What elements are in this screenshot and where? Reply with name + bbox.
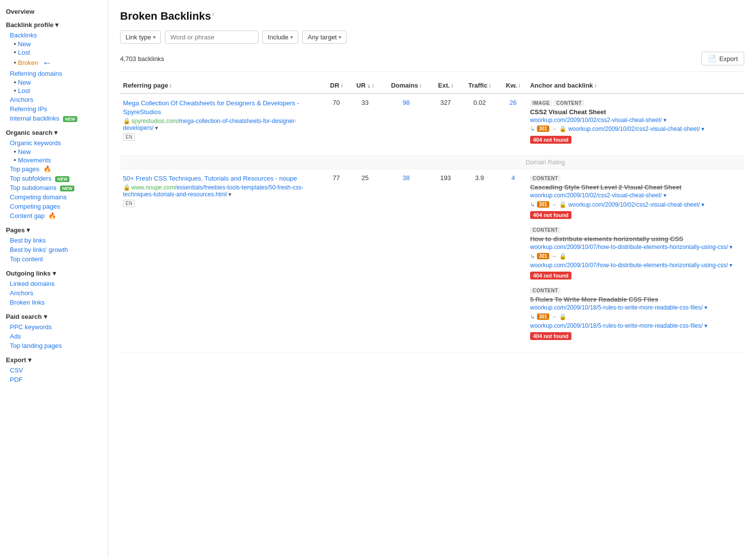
- sidebar-best-by-links-growth[interactable]: Best by links' growth: [6, 245, 102, 254]
- sidebar-organic-keywords-movements-link[interactable]: Movements: [18, 156, 51, 164]
- sidebar-competing-domains[interactable]: Competing domains: [6, 192, 102, 202]
- link-type-filter[interactable]: Link type ▾: [120, 31, 161, 44]
- sidebar-anchors[interactable]: Anchors: [6, 95, 102, 104]
- sidebar: Overview Backlink profile ▾ Backlinks • …: [0, 0, 108, 558]
- main-content: Broken Backlinks i Link type ▾ Include ▾…: [108, 0, 756, 558]
- traffic-cell: 3.9: [460, 169, 499, 352]
- anchor-title: 5 Rules To Write More Readable CSS Files: [530, 296, 741, 304]
- anchor-url[interactable]: woorkup.com/2009/10/02/css2-visual-cheat…: [530, 117, 741, 124]
- sidebar-backlinks-new-link[interactable]: New: [18, 40, 31, 48]
- sidebar-organic-keywords[interactable]: Organic keywords: [6, 138, 102, 148]
- sidebar-anchors2[interactable]: Anchors: [6, 288, 102, 298]
- content-tag: CONTENT: [530, 287, 561, 294]
- sidebar-pages[interactable]: Pages ▾: [6, 226, 102, 234]
- sidebar-organic-search[interactable]: Organic search ▾: [6, 129, 102, 136]
- sidebar-backlinks-broken-link[interactable]: Broken: [18, 59, 38, 66]
- sidebar-referring-domains-lost-link[interactable]: Lost: [18, 87, 31, 94]
- anchor-section: CONTENTHow to distribute elements horizo…: [530, 226, 741, 279]
- referring-page-title: 50+ Fresh CSS Techniques, Tutorials and …: [123, 174, 320, 183]
- sidebar-referring-domains-new-link[interactable]: New: [18, 79, 31, 86]
- th-kw: Kw. i: [499, 78, 527, 93]
- redirect-url[interactable]: woorkup.com/2009/10/18/5-rules-to-write-…: [530, 322, 707, 330]
- anchor-url[interactable]: woorkup.com/2009/10/07/how-to-distribute…: [530, 244, 741, 251]
- sidebar-internal-backlinks[interactable]: Internal backlinks NEW: [6, 114, 102, 123]
- any-target-filter[interactable]: Any target ▾: [302, 31, 346, 44]
- sidebar-csv[interactable]: CSV: [6, 366, 102, 375]
- sidebar-referring-ips[interactable]: Referring IPs: [6, 104, 102, 114]
- sidebar-backlink-profile[interactable]: Backlink profile ▾: [6, 21, 102, 29]
- kw-cell: 4: [499, 169, 527, 352]
- th-ur: UR ↓ i: [349, 78, 381, 93]
- sidebar-content-gap[interactable]: Content gap 🔥: [6, 211, 102, 220]
- export-button[interactable]: 📄 Export: [701, 52, 744, 65]
- page-title: Broken Backlinks i: [120, 10, 744, 23]
- word-phrase-input[interactable]: [165, 31, 258, 44]
- redirect-url[interactable]: woorkup.com/2009/10/07/how-to-distribute…: [530, 262, 733, 270]
- sidebar-overview[interactable]: Overview: [6, 8, 102, 15]
- sidebar-competing-pages[interactable]: Competing pages: [6, 202, 102, 211]
- redirect-url[interactable]: woorkup.com/2009/10/02/css2-visual-cheat…: [568, 125, 705, 133]
- sidebar-organic-keywords-new-link[interactable]: New: [18, 148, 31, 155]
- info-icon: i: [489, 83, 491, 89]
- sidebar-top-pages[interactable]: Top pages 🔥: [6, 164, 102, 174]
- ext-cell: 327: [431, 93, 460, 156]
- redirect-row: ↳ 301 → 🔒 woorkup.com/2009/10/02/css2-vi…: [530, 201, 741, 209]
- sidebar-referring-domains[interactable]: Referring domains: [6, 69, 102, 78]
- dr-cell: 77: [323, 169, 349, 352]
- redirect-arrow-icon: ↳: [530, 125, 535, 132]
- lock-icon: 🔒: [559, 313, 567, 320]
- th-traffic: Traffic i: [460, 78, 499, 93]
- sidebar-backlinks-lost-link[interactable]: Lost: [18, 49, 31, 56]
- referring-page-link[interactable]: 50+ Fresh CSS Techniques, Tutorials and …: [123, 175, 297, 182]
- referring-page-url: 🔒spyrestudios.com/mega-collection-of-che…: [123, 118, 320, 131]
- sidebar-best-by-links[interactable]: Best by links: [6, 236, 102, 245]
- bullet-icon: •: [14, 156, 16, 164]
- anchor-tags: CONTENT: [530, 226, 741, 235]
- domain-text: www.noupe.com: [131, 184, 175, 191]
- sidebar-referring-domains-new[interactable]: • New: [6, 78, 102, 87]
- anchor-section: CONTENT5 Rules To Write More Readable CS…: [530, 286, 741, 340]
- sidebar-ads[interactable]: Ads: [6, 332, 102, 341]
- sidebar-ppc-keywords[interactable]: PPC keywords: [6, 322, 102, 332]
- arrow-icon: →: [551, 313, 557, 320]
- sidebar-backlinks[interactable]: Backlinks: [6, 31, 102, 40]
- referring-page-link[interactable]: Mega Collection Of Cheatsheets for Desig…: [123, 99, 299, 116]
- sidebar-top-subdomains[interactable]: Top subdomains NEW: [6, 183, 102, 192]
- sidebar-organic-keywords-new[interactable]: • New: [6, 148, 102, 156]
- anchor-url[interactable]: woorkup.com/2009/10/02/css2-visual-cheat…: [530, 192, 741, 200]
- sidebar-top-subfolders[interactable]: Top subfolders NEW: [6, 174, 102, 183]
- content-tag: CONTENT: [554, 100, 584, 106]
- redirect-url[interactable]: woorkup.com/2009/10/02/css2-visual-cheat…: [568, 201, 705, 209]
- anchor-section: IMAGECONTENTCSS2 Visual Cheat Sheetwoork…: [530, 99, 741, 144]
- ur-cell: 25: [349, 169, 381, 352]
- sidebar-linked-domains[interactable]: Linked domains: [6, 279, 102, 288]
- th-ext: Ext. i: [431, 78, 460, 93]
- anchor-url[interactable]: woorkup.com/2009/10/18/5-rules-to-write-…: [530, 304, 741, 312]
- sidebar-backlinks-broken[interactable]: • Broken ←: [6, 57, 102, 69]
- internal-backlinks-badge: NEW: [63, 116, 77, 122]
- arrow-left-icon: ←: [42, 57, 52, 68]
- redirect-arrow-icon: ↳: [530, 253, 535, 260]
- lock-icon: 🔒: [559, 125, 567, 132]
- sidebar-paid-search[interactable]: Paid search ▾: [6, 313, 102, 320]
- arrow-icon: →: [551, 201, 557, 208]
- sidebar-top-landing-pages[interactable]: Top landing pages: [6, 341, 102, 350]
- anchor-cell: IMAGECONTENTCSS2 Visual Cheat Sheetwoork…: [527, 93, 744, 156]
- info-icon: i: [341, 83, 343, 89]
- sidebar-outgoing-links[interactable]: Outgoing links ▾: [6, 270, 102, 277]
- redirect-arrow-icon: ↳: [530, 201, 535, 208]
- sidebar-backlinks-lost[interactable]: • Lost: [6, 48, 102, 57]
- sidebar-pdf[interactable]: PDF: [6, 375, 102, 384]
- ext-cell: 193: [431, 169, 460, 352]
- bullet-icon: •: [14, 87, 16, 94]
- not-found-badge: 404 not found: [530, 269, 741, 279]
- sidebar-export[interactable]: Export ▾: [6, 356, 102, 364]
- sidebar-referring-domains-lost[interactable]: • Lost: [6, 87, 102, 95]
- dropdown-arrow: ▾: [154, 124, 158, 131]
- sidebar-top-content[interactable]: Top content: [6, 254, 102, 264]
- referring-page-cell: 50+ Fresh CSS Techniques, Tutorials and …: [120, 169, 323, 352]
- sidebar-organic-keywords-movements[interactable]: • Movements: [6, 156, 102, 164]
- sidebar-broken-links[interactable]: Broken links: [6, 298, 102, 307]
- sidebar-backlinks-new[interactable]: • New: [6, 40, 102, 48]
- include-filter[interactable]: Include ▾: [262, 31, 298, 44]
